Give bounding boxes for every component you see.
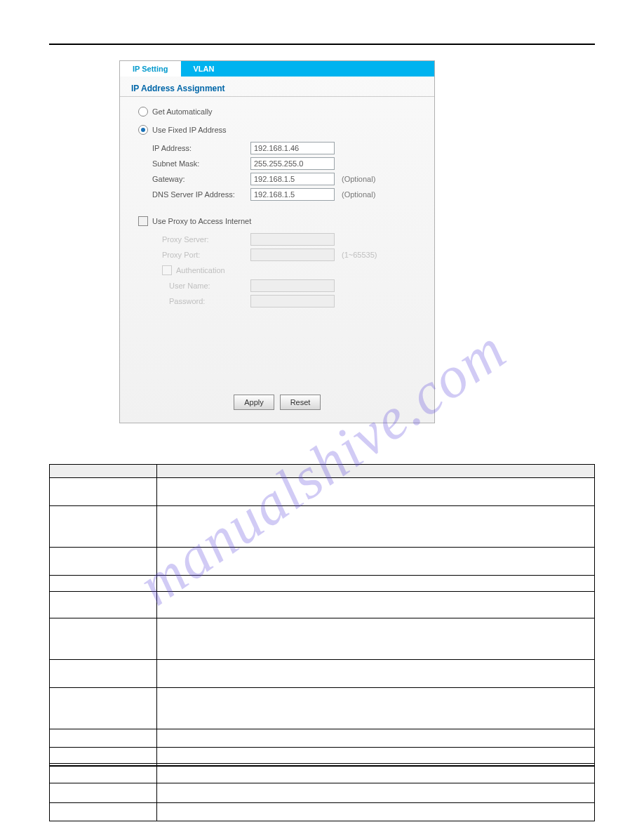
- password-input: [250, 295, 335, 307]
- table-row: [50, 478, 594, 506]
- checkbox-label: Use Proxy to Access Internet: [152, 217, 251, 225]
- tab-ip-setting[interactable]: IP Setting: [120, 61, 181, 77]
- description-table: [49, 464, 595, 821]
- table-row: [50, 618, 594, 660]
- radio-use-fixed-ip[interactable]: Use Fixed IP Address: [138, 122, 423, 138]
- gateway-input[interactable]: 192.168.1.5: [250, 173, 335, 185]
- radio-get-automatically[interactable]: Get Automatically: [138, 104, 423, 119]
- apply-button[interactable]: Apply: [234, 395, 274, 410]
- settings-panel: IP Setting VLAN IP Address Assignment Ge…: [119, 60, 435, 423]
- table-row: [50, 592, 594, 618]
- proxy-server-input: [250, 233, 335, 246]
- dns-hint: (Optional): [342, 190, 375, 199]
- dns-input[interactable]: 192.168.1.5: [250, 188, 335, 201]
- subnet-mask-input[interactable]: 255.255.255.0: [250, 157, 335, 170]
- radio-icon: [138, 107, 148, 117]
- section-divider: [120, 96, 434, 97]
- bottom-rule: [49, 765, 595, 767]
- checkbox-icon: [138, 216, 148, 226]
- table-row: [50, 748, 594, 764]
- table-row: [50, 729, 594, 748]
- use-proxy-checkbox[interactable]: Use Proxy to Access Internet: [138, 213, 423, 229]
- proxy-port-label: Proxy Port:: [162, 251, 250, 259]
- dns-label: DNS Server IP Address:: [152, 190, 250, 199]
- radio-label: Use Fixed IP Address: [152, 126, 227, 134]
- auth-checkbox-icon: [162, 265, 172, 275]
- table-row: [50, 576, 594, 592]
- button-bar: Apply Reset: [131, 390, 423, 417]
- radio-icon: [138, 125, 148, 135]
- table-row: [50, 764, 594, 783]
- proxy-server-label: Proxy Server:: [162, 235, 250, 244]
- table-row: [50, 783, 594, 803]
- ip-address-input[interactable]: 192.168.1.46: [250, 142, 335, 154]
- reset-button[interactable]: Reset: [280, 395, 321, 410]
- gateway-hint: (Optional): [342, 175, 375, 183]
- gateway-label: Gateway:: [152, 175, 250, 183]
- tab-vlan[interactable]: VLAN: [181, 61, 227, 77]
- table-row: [50, 688, 594, 729]
- section-title: IP Address Assignment: [131, 84, 423, 93]
- table-row: [50, 506, 594, 548]
- subnet-mask-label: Subnet Mask:: [152, 159, 250, 168]
- username-label: User Name:: [169, 282, 250, 290]
- radio-label: Get Automatically: [152, 107, 213, 116]
- tab-bar: IP Setting VLAN: [120, 61, 434, 77]
- table-row: [50, 548, 594, 576]
- auth-label: Authentication: [176, 266, 225, 274]
- top-rule: [49, 44, 595, 45]
- table-row: [50, 660, 594, 688]
- ip-address-label: IP Address:: [152, 144, 250, 152]
- password-label: Password:: [169, 297, 250, 305]
- proxy-port-hint: (1~65535): [342, 251, 377, 259]
- username-input: [250, 279, 335, 292]
- table-row: [50, 465, 594, 478]
- proxy-port-input: [250, 249, 335, 261]
- table-row: [50, 803, 594, 821]
